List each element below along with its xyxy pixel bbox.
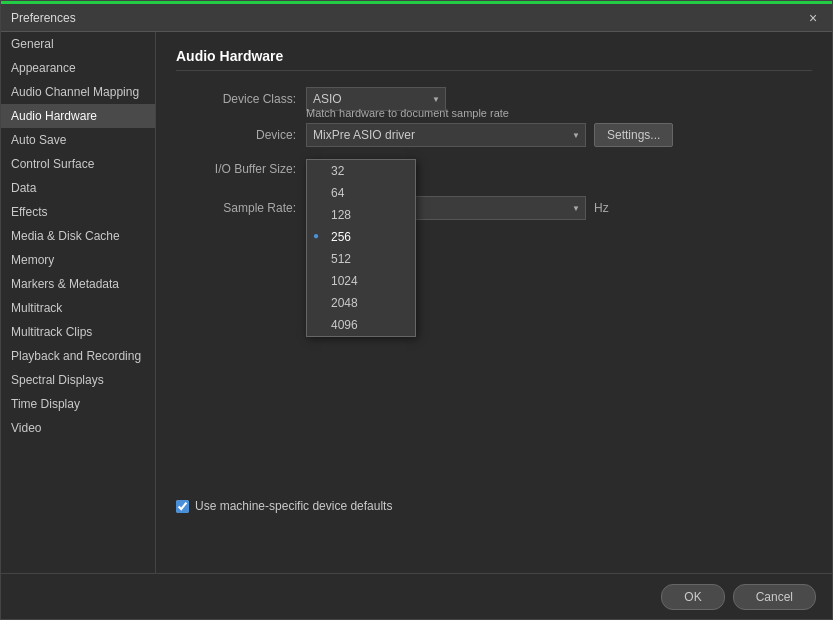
sidebar-item-media-disk-cache[interactable]: Media & Disk Cache <box>1 224 155 248</box>
sidebar-item-appearance[interactable]: Appearance <box>1 56 155 80</box>
sidebar-item-auto-save[interactable]: Auto Save <box>1 128 155 152</box>
io-buffer-label: I/O Buffer Size: <box>176 159 296 176</box>
sidebar-item-spectral-displays[interactable]: Spectral Displays <box>1 368 155 392</box>
sidebar-item-memory[interactable]: Memory <box>1 248 155 272</box>
sidebar-item-audio-hardware[interactable]: Audio Hardware <box>1 104 155 128</box>
io-buffer-dropdown-container: 256 ▼ 3264128256512102420484096 <box>306 159 416 183</box>
title-bar: Preferences × <box>1 4 832 32</box>
dropdown-option-128[interactable]: 128 <box>307 204 415 226</box>
dropdown-option-64[interactable]: 64 <box>307 182 415 204</box>
cancel-button[interactable]: Cancel <box>733 584 816 610</box>
sidebar-item-general[interactable]: General <box>1 32 155 56</box>
ok-button[interactable]: OK <box>661 584 724 610</box>
main-panel: Audio Hardware Device Class: ASIO Device… <box>156 32 832 573</box>
footer: OK Cancel <box>1 573 832 619</box>
sidebar-item-video[interactable]: Video <box>1 416 155 440</box>
dropdown-option-1024[interactable]: 1024 <box>307 270 415 292</box>
close-button[interactable]: × <box>804 9 822 27</box>
hz-label: Hz <box>594 201 609 215</box>
sidebar-item-effects[interactable]: Effects <box>1 200 155 224</box>
device-select-wrapper: MixPre ASIO driver <box>306 123 586 147</box>
device-class-label: Device Class: <box>176 92 296 106</box>
sidebar: GeneralAppearanceAudio Channel MappingAu… <box>1 32 156 573</box>
settings-button[interactable]: Settings... <box>594 123 673 147</box>
preferences-dialog: Preferences × GeneralAppearanceAudio Cha… <box>0 0 833 620</box>
device-row: Device: MixPre ASIO driver Settings... <box>176 123 812 147</box>
machine-defaults-checkbox[interactable] <box>176 500 189 513</box>
sidebar-item-data[interactable]: Data <box>1 176 155 200</box>
dropdown-option-2048[interactable]: 2048 <box>307 292 415 314</box>
dropdown-option-32[interactable]: 32 <box>307 160 415 182</box>
dropdown-option-256[interactable]: 256 <box>307 226 415 248</box>
dropdown-option-4096[interactable]: 4096 <box>307 314 415 336</box>
sidebar-item-audio-channel-mapping[interactable]: Audio Channel Mapping <box>1 80 155 104</box>
content-area: GeneralAppearanceAudio Channel MappingAu… <box>1 32 832 573</box>
io-buffer-row: I/O Buffer Size: 256 ▼ 32641282565121024… <box>176 159 812 183</box>
section-title: Audio Hardware <box>176 48 812 71</box>
sidebar-item-time-display[interactable]: Time Display <box>1 392 155 416</box>
sidebar-item-multitrack[interactable]: Multitrack <box>1 296 155 320</box>
device-label: Device: <box>176 128 296 142</box>
sample-hint: Match hardware to document sample rate <box>306 107 812 119</box>
sidebar-item-playback-recording[interactable]: Playback and Recording <box>1 344 155 368</box>
sample-rate-label: Sample Rate: <box>176 201 296 215</box>
sidebar-item-multitrack-clips[interactable]: Multitrack Clips <box>1 320 155 344</box>
sidebar-item-markers-metadata[interactable]: Markers & Metadata <box>1 272 155 296</box>
dialog-title: Preferences <box>11 11 76 25</box>
checkbox-row: Use machine-specific device defaults <box>176 499 392 513</box>
device-select[interactable]: MixPre ASIO driver <box>306 123 586 147</box>
machine-defaults-label[interactable]: Use machine-specific device defaults <box>195 499 392 513</box>
io-buffer-dropdown: 3264128256512102420484096 <box>306 159 416 337</box>
dropdown-option-512[interactable]: 512 <box>307 248 415 270</box>
sidebar-item-control-surface[interactable]: Control Surface <box>1 152 155 176</box>
sample-rate-row: Sample Rate: Hz <box>176 196 812 220</box>
